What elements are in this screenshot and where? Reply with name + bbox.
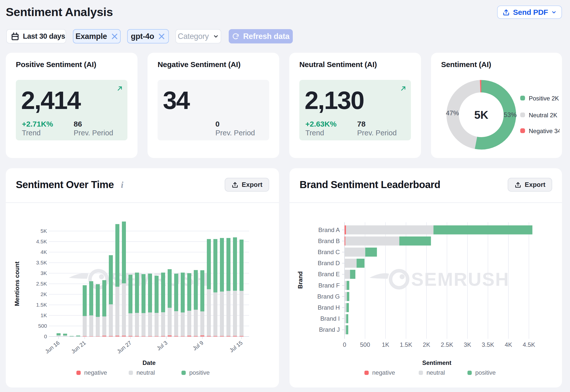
svg-text:Brand I: Brand I xyxy=(320,315,340,322)
svg-text:Brand: Brand xyxy=(297,271,304,289)
svg-text:2K: 2K xyxy=(40,291,47,297)
svg-text:Brand A: Brand A xyxy=(318,227,340,233)
svg-text:Negative 34: Negative 34 xyxy=(529,128,561,134)
svg-text:3.5K: 3.5K xyxy=(36,260,47,265)
svg-text:0: 0 xyxy=(343,341,346,348)
svg-text:Brand F: Brand F xyxy=(318,282,340,289)
svg-text:Mentions count: Mentions count xyxy=(14,261,20,306)
svg-text:3K: 3K xyxy=(464,341,471,348)
svg-text:5K: 5K xyxy=(474,109,488,121)
svg-text:3.5K: 3.5K xyxy=(482,341,494,348)
svg-text:Brand G: Brand G xyxy=(317,293,340,300)
svg-text:Date: Date xyxy=(142,359,156,366)
svg-text:positive: positive xyxy=(475,369,496,376)
svg-text:0: 0 xyxy=(44,333,47,339)
svg-text:500: 500 xyxy=(360,341,370,348)
svg-text:Brand J: Brand J xyxy=(319,326,340,333)
svg-text:Jul 15: Jul 15 xyxy=(228,340,244,354)
svg-text:1K: 1K xyxy=(382,341,389,348)
svg-text:Jun 16: Jun 16 xyxy=(44,340,61,355)
svg-text:negative: negative xyxy=(372,369,395,376)
svg-text:2K: 2K xyxy=(423,341,430,348)
svg-text:5K: 5K xyxy=(40,228,47,234)
svg-text:Jul 9: Jul 9 xyxy=(192,340,205,352)
svg-text:Positive 2K: Positive 2K xyxy=(529,95,559,102)
svg-text:Sentiment: Sentiment xyxy=(422,359,451,366)
svg-text:1.5K: 1.5K xyxy=(400,341,412,348)
svg-text:Brand E: Brand E xyxy=(318,271,340,277)
svg-text:neutral: neutral xyxy=(136,369,155,376)
svg-text:positive: positive xyxy=(189,369,210,376)
svg-text:2.5K: 2.5K xyxy=(441,341,453,348)
svg-text:Neutral 2K: Neutral 2K xyxy=(529,112,557,119)
svg-text:4K: 4K xyxy=(40,249,47,255)
svg-text:Brand C: Brand C xyxy=(318,249,340,255)
svg-text:3K: 3K xyxy=(40,270,47,276)
svg-text:negative: negative xyxy=(84,369,107,376)
svg-text:Jul 3: Jul 3 xyxy=(156,340,169,352)
svg-text:53%: 53% xyxy=(504,111,517,119)
svg-text:SEMRUSH: SEMRUSH xyxy=(411,269,509,290)
svg-text:Jun 27: Jun 27 xyxy=(116,340,133,355)
svg-text:4K: 4K xyxy=(505,341,512,348)
svg-text:4.5K: 4.5K xyxy=(36,239,47,244)
svg-text:1.5K: 1.5K xyxy=(36,302,47,308)
svg-text:500: 500 xyxy=(38,323,47,329)
svg-text:Brand B: Brand B xyxy=(318,238,340,244)
svg-text:4.5K: 4.5K xyxy=(523,341,535,348)
svg-text:1K: 1K xyxy=(40,312,47,318)
svg-text:Brand H: Brand H xyxy=(318,304,340,311)
svg-text:2.5K: 2.5K xyxy=(36,281,47,287)
svg-text:47%: 47% xyxy=(446,109,459,117)
svg-text:Brand D: Brand D xyxy=(318,260,340,266)
svg-text:Jun 21: Jun 21 xyxy=(70,340,87,355)
svg-text:neutral: neutral xyxy=(426,369,445,376)
